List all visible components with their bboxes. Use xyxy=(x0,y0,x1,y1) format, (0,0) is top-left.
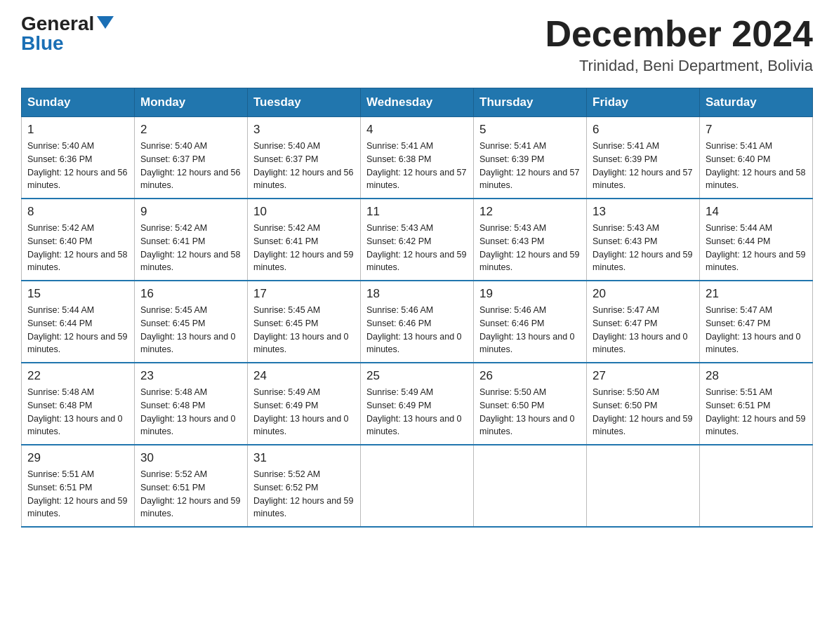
weekday-header-sunday: Sunday xyxy=(22,88,135,117)
calendar-cell: 29 Sunrise: 5:51 AM Sunset: 6:51 PM Dayl… xyxy=(22,445,135,527)
day-number: 28 xyxy=(706,369,807,383)
day-number: 30 xyxy=(140,451,241,465)
calendar-cell: 5 Sunrise: 5:41 AM Sunset: 6:39 PM Dayli… xyxy=(474,117,587,199)
day-info: Sunrise: 5:40 AM Sunset: 6:37 PM Dayligh… xyxy=(140,140,241,192)
logo-triangle-icon xyxy=(97,16,114,29)
day-info: Sunrise: 5:41 AM Sunset: 6:39 PM Dayligh… xyxy=(593,140,694,192)
day-number: 25 xyxy=(366,369,468,383)
day-number: 21 xyxy=(706,287,807,301)
calendar-week-row: 8 Sunrise: 5:42 AM Sunset: 6:40 PM Dayli… xyxy=(22,199,813,281)
calendar-cell: 21 Sunrise: 5:47 AM Sunset: 6:47 PM Dayl… xyxy=(700,281,813,363)
day-info: Sunrise: 5:49 AM Sunset: 6:49 PM Dayligh… xyxy=(366,386,468,438)
day-number: 23 xyxy=(140,369,241,383)
day-number: 7 xyxy=(706,123,807,137)
calendar-cell: 23 Sunrise: 5:48 AM Sunset: 6:48 PM Dayl… xyxy=(135,363,248,445)
day-number: 6 xyxy=(593,123,694,137)
calendar-cell: 2 Sunrise: 5:40 AM Sunset: 6:37 PM Dayli… xyxy=(135,117,248,199)
day-number: 11 xyxy=(366,205,468,219)
day-number: 14 xyxy=(706,205,807,219)
day-info: Sunrise: 5:43 AM Sunset: 6:42 PM Dayligh… xyxy=(366,222,468,274)
day-info: Sunrise: 5:42 AM Sunset: 6:41 PM Dayligh… xyxy=(253,222,355,274)
calendar-week-row: 29 Sunrise: 5:51 AM Sunset: 6:51 PM Dayl… xyxy=(22,445,813,527)
day-number: 31 xyxy=(253,451,355,465)
day-number: 4 xyxy=(366,123,468,137)
calendar-cell xyxy=(700,445,813,527)
calendar-cell: 27 Sunrise: 5:50 AM Sunset: 6:50 PM Dayl… xyxy=(587,363,700,445)
calendar-cell xyxy=(361,445,474,527)
day-info: Sunrise: 5:47 AM Sunset: 6:47 PM Dayligh… xyxy=(593,304,694,356)
month-title: December 2024 xyxy=(545,14,813,54)
calendar-cell: 16 Sunrise: 5:45 AM Sunset: 6:45 PM Dayl… xyxy=(135,281,248,363)
day-number: 8 xyxy=(27,205,128,219)
calendar-cell: 18 Sunrise: 5:46 AM Sunset: 6:46 PM Dayl… xyxy=(361,281,474,363)
calendar-cell: 22 Sunrise: 5:48 AM Sunset: 6:48 PM Dayl… xyxy=(22,363,135,445)
day-number: 26 xyxy=(479,369,581,383)
day-info: Sunrise: 5:44 AM Sunset: 6:44 PM Dayligh… xyxy=(706,222,807,274)
weekday-header-friday: Friday xyxy=(587,88,700,117)
day-info: Sunrise: 5:42 AM Sunset: 6:41 PM Dayligh… xyxy=(140,222,241,274)
day-info: Sunrise: 5:40 AM Sunset: 6:36 PM Dayligh… xyxy=(27,140,128,192)
day-number: 13 xyxy=(593,205,694,219)
day-info: Sunrise: 5:41 AM Sunset: 6:39 PM Dayligh… xyxy=(479,140,581,192)
calendar-cell xyxy=(587,445,700,527)
day-info: Sunrise: 5:44 AM Sunset: 6:44 PM Dayligh… xyxy=(27,304,128,356)
day-info: Sunrise: 5:43 AM Sunset: 6:43 PM Dayligh… xyxy=(593,222,694,274)
calendar-cell: 24 Sunrise: 5:49 AM Sunset: 6:49 PM Dayl… xyxy=(248,363,361,445)
day-info: Sunrise: 5:52 AM Sunset: 6:52 PM Dayligh… xyxy=(253,468,355,521)
calendar-cell: 31 Sunrise: 5:52 AM Sunset: 6:52 PM Dayl… xyxy=(248,445,361,527)
weekday-header-thursday: Thursday xyxy=(474,88,587,117)
calendar-table: SundayMondayTuesdayWednesdayThursdayFrid… xyxy=(21,88,813,528)
calendar-cell: 7 Sunrise: 5:41 AM Sunset: 6:40 PM Dayli… xyxy=(700,117,813,199)
day-number: 9 xyxy=(140,205,241,219)
day-info: Sunrise: 5:48 AM Sunset: 6:48 PM Dayligh… xyxy=(140,386,241,438)
page-header: General Blue December 2024 Trinidad, Ben… xyxy=(21,14,813,75)
calendar-cell: 3 Sunrise: 5:40 AM Sunset: 6:37 PM Dayli… xyxy=(248,117,361,199)
day-number: 5 xyxy=(479,123,581,137)
calendar-cell: 6 Sunrise: 5:41 AM Sunset: 6:39 PM Dayli… xyxy=(587,117,700,199)
day-info: Sunrise: 5:46 AM Sunset: 6:46 PM Dayligh… xyxy=(479,304,581,356)
day-number: 20 xyxy=(593,287,694,301)
calendar-cell: 30 Sunrise: 5:52 AM Sunset: 6:51 PM Dayl… xyxy=(135,445,248,527)
calendar-cell: 4 Sunrise: 5:41 AM Sunset: 6:38 PM Dayli… xyxy=(361,117,474,199)
calendar-cell: 26 Sunrise: 5:50 AM Sunset: 6:50 PM Dayl… xyxy=(474,363,587,445)
day-number: 16 xyxy=(140,287,241,301)
day-number: 3 xyxy=(253,123,355,137)
calendar-cell xyxy=(474,445,587,527)
calendar-week-row: 15 Sunrise: 5:44 AM Sunset: 6:44 PM Dayl… xyxy=(22,281,813,363)
day-info: Sunrise: 5:45 AM Sunset: 6:45 PM Dayligh… xyxy=(253,304,355,356)
day-info: Sunrise: 5:52 AM Sunset: 6:51 PM Dayligh… xyxy=(140,468,241,521)
day-number: 12 xyxy=(479,205,581,219)
day-info: Sunrise: 5:41 AM Sunset: 6:40 PM Dayligh… xyxy=(706,140,807,192)
day-info: Sunrise: 5:51 AM Sunset: 6:51 PM Dayligh… xyxy=(706,386,807,438)
day-number: 29 xyxy=(27,451,128,465)
day-number: 17 xyxy=(253,287,355,301)
day-info: Sunrise: 5:43 AM Sunset: 6:43 PM Dayligh… xyxy=(479,222,581,274)
calendar-cell: 19 Sunrise: 5:46 AM Sunset: 6:46 PM Dayl… xyxy=(474,281,587,363)
calendar-cell: 28 Sunrise: 5:51 AM Sunset: 6:51 PM Dayl… xyxy=(700,363,813,445)
calendar-cell: 20 Sunrise: 5:47 AM Sunset: 6:47 PM Dayl… xyxy=(587,281,700,363)
location-title: Trinidad, Beni Department, Bolivia xyxy=(545,57,813,75)
day-number: 27 xyxy=(593,369,694,383)
day-info: Sunrise: 5:50 AM Sunset: 6:50 PM Dayligh… xyxy=(593,386,694,438)
calendar-week-row: 1 Sunrise: 5:40 AM Sunset: 6:36 PM Dayli… xyxy=(22,117,813,199)
day-info: Sunrise: 5:46 AM Sunset: 6:46 PM Dayligh… xyxy=(366,304,468,356)
day-number: 19 xyxy=(479,287,581,301)
day-info: Sunrise: 5:45 AM Sunset: 6:45 PM Dayligh… xyxy=(140,304,241,356)
day-number: 2 xyxy=(140,123,241,137)
day-info: Sunrise: 5:47 AM Sunset: 6:47 PM Dayligh… xyxy=(706,304,807,356)
day-info: Sunrise: 5:49 AM Sunset: 6:49 PM Dayligh… xyxy=(253,386,355,438)
day-number: 24 xyxy=(253,369,355,383)
calendar-cell: 8 Sunrise: 5:42 AM Sunset: 6:40 PM Dayli… xyxy=(22,199,135,281)
title-block: December 2024 Trinidad, Beni Department,… xyxy=(545,14,813,75)
day-number: 22 xyxy=(27,369,128,383)
calendar-cell: 1 Sunrise: 5:40 AM Sunset: 6:36 PM Dayli… xyxy=(22,117,135,199)
calendar-cell: 13 Sunrise: 5:43 AM Sunset: 6:43 PM Dayl… xyxy=(587,199,700,281)
day-number: 18 xyxy=(366,287,468,301)
weekday-header-wednesday: Wednesday xyxy=(361,88,474,117)
calendar-cell: 11 Sunrise: 5:43 AM Sunset: 6:42 PM Dayl… xyxy=(361,199,474,281)
calendar-week-row: 22 Sunrise: 5:48 AM Sunset: 6:48 PM Dayl… xyxy=(22,363,813,445)
logo: General Blue xyxy=(21,14,114,53)
calendar-cell: 17 Sunrise: 5:45 AM Sunset: 6:45 PM Dayl… xyxy=(248,281,361,363)
calendar-cell: 12 Sunrise: 5:43 AM Sunset: 6:43 PM Dayl… xyxy=(474,199,587,281)
logo-general-text: General xyxy=(21,14,94,34)
